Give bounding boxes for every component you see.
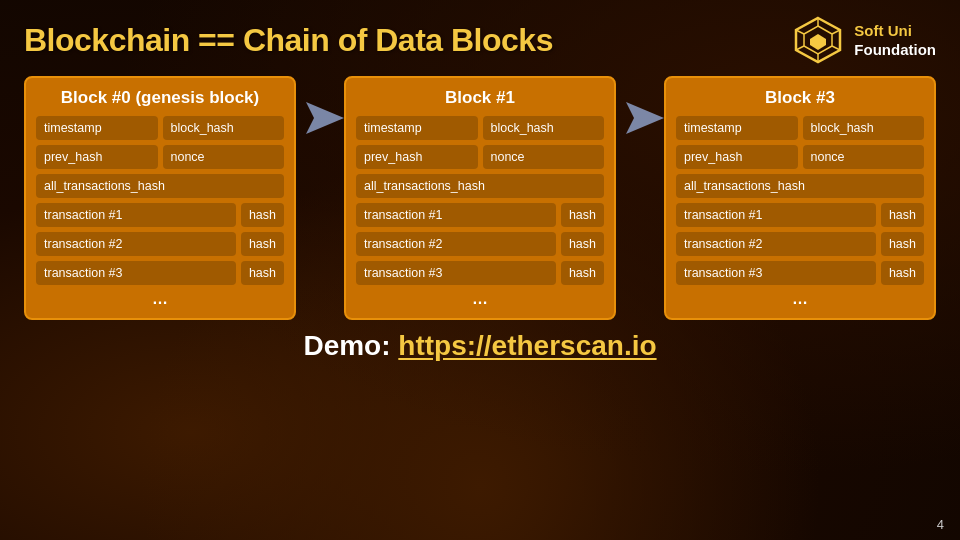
block-0-prev-hash: prev_hash bbox=[36, 145, 158, 169]
block-1-block-hash: block_hash bbox=[483, 116, 605, 140]
block-1-tx1-label: transaction #1 bbox=[356, 203, 556, 227]
block-1-tx1: transaction #1 hash bbox=[356, 203, 604, 227]
block-0-tx1-hash: hash bbox=[241, 203, 284, 227]
demo-label: Demo: bbox=[303, 330, 398, 361]
block-0-tx2-label: transaction #2 bbox=[36, 232, 236, 256]
block-0-all-tx: all_transactions_hash bbox=[36, 174, 284, 198]
right-arrow-icon bbox=[616, 98, 664, 138]
demo-text: Demo: https://etherscan.io bbox=[303, 330, 656, 361]
logo-area: Soft Uni Foundation bbox=[792, 14, 936, 66]
block-0-tx3-label: transaction #3 bbox=[36, 261, 236, 285]
block-3-prev-hash: prev_hash bbox=[676, 145, 798, 169]
block-3-tx1: transaction #1 hash bbox=[676, 203, 924, 227]
block-3-ellipsis: … bbox=[676, 290, 924, 308]
block-1-ellipsis: … bbox=[356, 290, 604, 308]
block-3-title: Block #3 bbox=[676, 88, 924, 108]
block-0-nonce: nonce bbox=[163, 145, 285, 169]
block-3-card: Block #3 timestamp block_hash prev_hash … bbox=[664, 76, 936, 320]
logo-line2: Foundation bbox=[854, 40, 936, 60]
block-3-tx3: transaction #3 hash bbox=[676, 261, 924, 285]
logo-text: Soft Uni Foundation bbox=[854, 21, 936, 60]
block-1-all-tx: all_transactions_hash bbox=[356, 174, 604, 198]
block-1-title: Block #1 bbox=[356, 88, 604, 108]
block-1-row2: prev_hash nonce bbox=[356, 145, 604, 169]
arrow-1 bbox=[296, 76, 344, 138]
block-3-tx2-label: transaction #2 bbox=[676, 232, 876, 256]
header: Blockchain == Chain of Data Blocks Soft … bbox=[0, 0, 960, 76]
svg-marker-2 bbox=[810, 34, 826, 50]
demo-link[interactable]: https://etherscan.io bbox=[398, 330, 656, 361]
block-0-block-hash: block_hash bbox=[163, 116, 285, 140]
svg-marker-9 bbox=[306, 102, 344, 134]
block-1-prev-hash: prev_hash bbox=[356, 145, 478, 169]
softuni-logo-icon bbox=[792, 14, 844, 66]
block-3-tx3-hash: hash bbox=[881, 261, 924, 285]
block-1-tx2-hash: hash bbox=[561, 232, 604, 256]
page-number: 4 bbox=[937, 517, 944, 532]
block-3-tx1-hash: hash bbox=[881, 203, 924, 227]
blocks-area: Block #0 (genesis block) timestamp block… bbox=[0, 76, 960, 320]
block-0-timestamp: timestamp bbox=[36, 116, 158, 140]
block-1-timestamp: timestamp bbox=[356, 116, 478, 140]
block-0-row1: timestamp block_hash bbox=[36, 116, 284, 140]
block-3-block-hash: block_hash bbox=[803, 116, 925, 140]
footer: Demo: https://etherscan.io bbox=[0, 330, 960, 362]
block-3-all-tx-hash: all_transactions_hash bbox=[676, 174, 924, 198]
block-3-tx2: transaction #2 hash bbox=[676, 232, 924, 256]
block-0-card: Block #0 (genesis block) timestamp block… bbox=[24, 76, 296, 320]
block-1-tx3-hash: hash bbox=[561, 261, 604, 285]
logo-line1: Soft Uni bbox=[854, 21, 936, 41]
block-1-tx2-label: transaction #2 bbox=[356, 232, 556, 256]
block-3-tx3-label: transaction #3 bbox=[676, 261, 876, 285]
arrow-2 bbox=[616, 76, 664, 138]
block-0-tx1-label: transaction #1 bbox=[36, 203, 236, 227]
svg-marker-10 bbox=[626, 102, 664, 134]
block-0-tx3-hash: hash bbox=[241, 261, 284, 285]
block-0-title: Block #0 (genesis block) bbox=[36, 88, 284, 108]
block-3-tx2-hash: hash bbox=[881, 232, 924, 256]
block-0-all-tx-hash: all_transactions_hash bbox=[36, 174, 284, 198]
block-1-tx3-label: transaction #3 bbox=[356, 261, 556, 285]
block-1-all-tx-hash: all_transactions_hash bbox=[356, 174, 604, 198]
block-0-row2: prev_hash nonce bbox=[36, 145, 284, 169]
block-3-timestamp: timestamp bbox=[676, 116, 798, 140]
slide-title: Blockchain == Chain of Data Blocks bbox=[24, 22, 553, 59]
block-3-tx1-label: transaction #1 bbox=[676, 203, 876, 227]
block-0-tx2: transaction #2 hash bbox=[36, 232, 284, 256]
block-1-tx3: transaction #3 hash bbox=[356, 261, 604, 285]
slide-content: Blockchain == Chain of Data Blocks Soft … bbox=[0, 0, 960, 540]
block-0-tx1: transaction #1 hash bbox=[36, 203, 284, 227]
block-3-row2: prev_hash nonce bbox=[676, 145, 924, 169]
block-3-all-tx: all_transactions_hash bbox=[676, 174, 924, 198]
block-0-tx3: transaction #3 hash bbox=[36, 261, 284, 285]
block-0-ellipsis: … bbox=[36, 290, 284, 308]
block-1-row1: timestamp block_hash bbox=[356, 116, 604, 140]
block-1-card: Block #1 timestamp block_hash prev_hash … bbox=[344, 76, 616, 320]
block-0-tx2-hash: hash bbox=[241, 232, 284, 256]
block-1-tx1-hash: hash bbox=[561, 203, 604, 227]
block-1-nonce: nonce bbox=[483, 145, 605, 169]
block-1-tx2: transaction #2 hash bbox=[356, 232, 604, 256]
block-3-nonce: nonce bbox=[803, 145, 925, 169]
left-arrow-icon bbox=[296, 98, 344, 138]
block-3-row1: timestamp block_hash bbox=[676, 116, 924, 140]
